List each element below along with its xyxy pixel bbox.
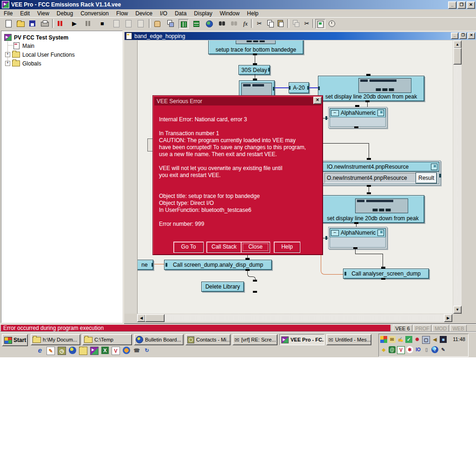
expand-icon[interactable]: +: [5, 61, 10, 66]
pause-icon[interactable]: [84, 19, 93, 28]
menu-device[interactable]: Device: [132, 10, 156, 17]
volume-icon[interactable]: ◀: [431, 336, 438, 343]
formula-icon[interactable]: fx: [241, 19, 250, 28]
minimize-button[interactable]: _: [448, 1, 456, 9]
scroll-left-icon[interactable]: ◀: [137, 314, 145, 322]
timer-icon[interactable]: [327, 19, 337, 28]
print-icon[interactable]: [40, 19, 49, 28]
sequence-pin[interactable]: [367, 158, 371, 160]
step-into-icon[interactable]: [112, 19, 121, 28]
menu-help[interactable]: Help: [243, 10, 262, 17]
data-pin[interactable]: [165, 263, 167, 267]
dialog-close-icon[interactable]: ✕: [313, 97, 322, 104]
scroll-down-icon[interactable]: ▼: [453, 306, 462, 314]
object-a20[interactable]: A-20: [289, 82, 309, 93]
menu-conversion[interactable]: Conversion: [77, 10, 112, 17]
child-close-button[interactable]: ✕: [468, 33, 475, 39]
scroll-up-icon[interactable]: ▲: [453, 40, 462, 48]
scheduler-icon[interactable]: ◷: [58, 347, 66, 355]
new-icon[interactable]: [4, 19, 13, 28]
sequence-pin[interactable]: [253, 280, 257, 282]
object-delete-library[interactable]: Delete Library: [201, 282, 244, 292]
run-icon[interactable]: ▶: [70, 19, 79, 28]
cut-icon[interactable]: ✂: [255, 19, 264, 28]
data-pin[interactable]: [289, 86, 291, 90]
sequence-pin[interactable]: [367, 192, 371, 194]
vee-icon[interactable]: [90, 347, 99, 355]
object-partial-left[interactable]: ne: [137, 260, 153, 270]
task-vee-pro[interactable]: VEE Pro - FC...: [279, 334, 324, 345]
object-call-analyser-screen-dump[interactable]: Call analyser_screen_dump: [343, 269, 429, 279]
io-resource-field[interactable]: O.newInstrument4.pnpResource: [324, 173, 419, 183]
net-neighborhood-icon[interactable]: ▢: [422, 336, 430, 344]
open-icon[interactable]: [16, 19, 25, 28]
folder-icon[interactable]: [79, 347, 87, 355]
object-order-icon[interactable]: [165, 19, 175, 28]
pointer-icon[interactable]: ✎: [440, 346, 447, 353]
step-over-icon[interactable]: [124, 19, 133, 28]
mail-key-icon[interactable]: ✉: [389, 336, 396, 343]
start-button[interactable]: Start: [2, 334, 28, 346]
cleanup-lines-icon[interactable]: ✂: [302, 19, 311, 28]
globe-question-icon[interactable]: ?: [431, 346, 438, 353]
task-my-documents[interactable]: h:\My Docum...: [31, 334, 80, 345]
messenger-icon[interactable]: ☎: [133, 347, 140, 354]
menu-debug[interactable]: Debug: [53, 10, 77, 17]
object-setup-trace-bottom-bandedge[interactable]: setup trace for bottom bandedge: [208, 40, 304, 54]
menu-view[interactable]: View: [33, 10, 53, 17]
close-button[interactable]: Close: [241, 242, 270, 253]
horizontal-scrollbar[interactable]: ◀ ▶: [137, 314, 452, 322]
menu-flow[interactable]: Flow: [112, 10, 132, 17]
go-to-button[interactable]: Go To: [173, 242, 204, 253]
step-out-icon[interactable]: [136, 19, 145, 28]
fan-icon[interactable]: ✺: [414, 336, 421, 343]
object-set-display-line-2[interactable]: set display line 20db down from peak: [321, 195, 424, 223]
data-pin[interactable]: [152, 263, 153, 267]
io-monitor-icon[interactable]: IO: [415, 346, 422, 353]
media-player-icon[interactable]: [123, 347, 130, 354]
sync-icon[interactable]: ↻: [143, 347, 151, 354]
object-io-newinstrument4[interactable]: IO.newInstrument4.pnpResource O.newInstr…: [321, 160, 441, 185]
help-button[interactable]: Help: [274, 242, 300, 253]
diamond-icon[interactable]: ◆: [380, 346, 387, 353]
menu-file[interactable]: File: [0, 10, 16, 17]
menu-data[interactable]: Data: [171, 10, 190, 17]
display-icon[interactable]: ■: [440, 336, 447, 343]
minimize-object-icon[interactable]: −: [331, 230, 339, 236]
web-icon[interactable]: [205, 19, 214, 28]
internet-explorer-icon[interactable]: e: [36, 347, 44, 354]
ve-agent-icon[interactable]: V: [397, 346, 405, 354]
paste-icon[interactable]: [276, 19, 285, 28]
child-titlebar[interactable]: band_edge_hopping: [125, 32, 476, 40]
tree-item-main[interactable]: Main: [13, 42, 34, 50]
dialog-titlebar[interactable]: VEE Serious Error: [154, 97, 321, 105]
task-vrf-mail[interactable]: ✉[vrf] RE: Scre...: [232, 334, 278, 345]
menu-window[interactable]: Window: [216, 10, 244, 17]
sequence-pin[interactable]: [253, 291, 257, 293]
menu-edit[interactable]: Edit: [16, 10, 33, 17]
at-agent-icon[interactable]: @: [389, 346, 396, 353]
object-30s-delay[interactable]: 30S Delay: [238, 65, 270, 75]
move-objects-icon[interactable]: [192, 19, 201, 28]
object-alphanumeric-2[interactable]: −AlphaNumeric: [328, 227, 387, 249]
menu-display[interactable]: Display: [190, 10, 216, 17]
data-pin[interactable]: [325, 236, 327, 240]
task-untitled-message[interactable]: ✉Untitled - Mes...: [326, 334, 371, 345]
minimize-object-icon[interactable]: −: [331, 110, 339, 116]
object-alphanumeric-1[interactable]: −AlphaNumeric: [328, 107, 387, 128]
data-pin[interactable]: [325, 116, 327, 120]
mouse-icon[interactable]: ✍: [397, 336, 404, 343]
data-pin[interactable]: [318, 86, 320, 90]
ve-tool-icon[interactable]: V: [112, 347, 120, 355]
sequence-pin[interactable]: [381, 278, 385, 280]
object-call-screen-dump[interactable]: Call screen_dump.analy_disp_dump: [164, 260, 272, 270]
tree-item-globals[interactable]: + Globals: [5, 59, 41, 67]
child-restore-button[interactable]: ❐: [459, 33, 467, 39]
pan-icon[interactable]: [152, 19, 162, 28]
asterisk-icon[interactable]: ✱: [406, 346, 413, 353]
restore-button[interactable]: ❐: [457, 1, 466, 9]
find-icon[interactable]: [218, 19, 227, 28]
clone-icon[interactable]: [291, 19, 300, 28]
tree-item-local-user-functions[interactable]: + Local User Functions: [5, 51, 75, 59]
save-icon[interactable]: [28, 19, 37, 28]
